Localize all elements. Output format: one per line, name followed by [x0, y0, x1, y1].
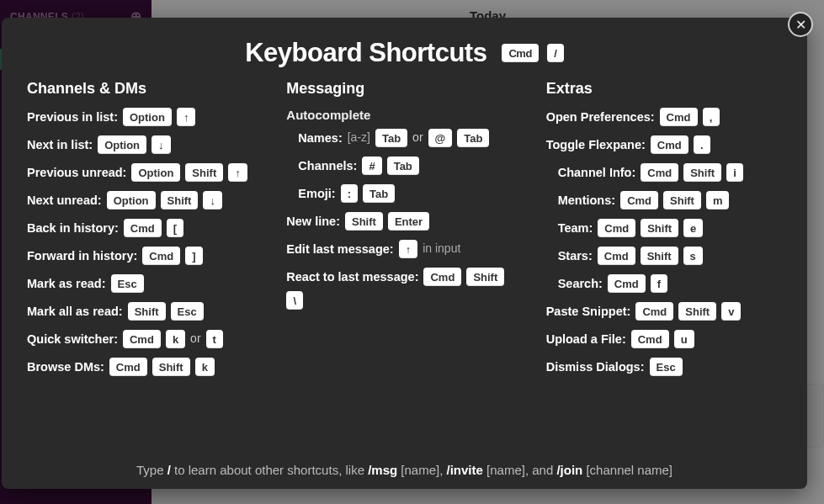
key-cap: Tab [363, 184, 395, 203]
shortcut-row: Mentions:CmdShiftm [546, 191, 782, 210]
key-cap: f [651, 274, 667, 293]
key-cap: Cmd [123, 330, 161, 348]
key-cap: Shift [345, 212, 383, 231]
column-heading: Messaging [286, 80, 522, 98]
key-cap: t [206, 330, 223, 348]
keyboard-shortcuts-modal: ✕ Keyboard Shortcuts Cmd / Channels & DM… [2, 18, 807, 489]
shortcut-label: Channels: [298, 157, 357, 174]
modal-title: Keyboard Shortcuts Cmd / [27, 38, 782, 68]
key-cap: m [706, 191, 730, 210]
key-cap: u [674, 330, 694, 348]
shortcut-label: Browse DMs: [27, 358, 104, 375]
key-cap: Cmd [598, 219, 635, 237]
shortcut-label: React to last message: [286, 268, 418, 285]
column-heading: Channels & DMs [27, 80, 263, 98]
key-cap: Cmd [142, 247, 180, 265]
key-cap: @ [428, 129, 453, 147]
key-cap: Cmd [124, 219, 162, 237]
key-cap: Shift [678, 302, 716, 321]
key-cap: Cmd [109, 358, 147, 376]
shortcut-row: Mark as read:Esc [27, 274, 263, 293]
shortcut-label: Mark as read: [27, 275, 106, 292]
key-cap: [ [167, 219, 183, 237]
modal-footer-hint: Type / to learn about other shortcuts, l… [2, 463, 807, 477]
key-cap: ↓ [203, 191, 222, 210]
shortcut-row: Names:[a-z]Tabor@Tab [286, 129, 522, 147]
shortcut-label: Upload a File: [546, 331, 626, 347]
key-cap: Shift [683, 163, 721, 182]
shortcut-row: Browse DMs:CmdShiftk [27, 358, 263, 376]
key-cap: Cmd [502, 44, 538, 62]
shortcut-label: Search: [558, 275, 603, 292]
shortcut-row: Team:CmdShifte [546, 219, 782, 237]
shortcut-row: Paste Snippet:CmdShiftv [546, 302, 782, 321]
shortcut-label: Previous in list: [27, 109, 118, 125]
key-cap: Cmd [660, 108, 698, 126]
key-cap: Cmd [423, 268, 461, 286]
shortcut-row: Dismiss Dialogs:Esc [546, 358, 782, 376]
key-cap: ↑ [228, 163, 247, 182]
key-cap: Option [123, 108, 172, 126]
shortcut-row: New line:ShiftEnter [286, 212, 522, 231]
key-cap: Cmd [608, 274, 646, 293]
shortcut-label: Back in history: [27, 220, 119, 236]
shortcut-label: Edit last message: [286, 241, 393, 257]
shortcut-label: Dismiss Dialogs: [546, 358, 645, 375]
key-cap: Option [98, 135, 146, 154]
key-cap: Enter [388, 212, 429, 231]
shortcut-label: Previous unread: [27, 164, 126, 181]
shortcut-label: Quick switcher: [27, 331, 118, 347]
shortcut-row: Open Preferences:Cmd, [546, 108, 782, 126]
shortcut-rows: Previous in list:Option↑Next in list:Opt… [27, 108, 263, 376]
shortcut-row: Upload a File:Cmdu [546, 330, 782, 348]
key-cap: ↑ [177, 108, 196, 126]
key-cap: k [166, 330, 185, 348]
shortcut-row: Previous unread:OptionShift↑ [27, 163, 263, 182]
key-cap: Esc [650, 358, 683, 376]
key-cap: Cmd [651, 135, 688, 154]
key-cap: Shift [641, 219, 678, 237]
shortcut-label: Mark all as read: [27, 303, 123, 320]
shortcut-label: Emoji: [298, 185, 335, 202]
shortcut-label: Team: [558, 220, 593, 236]
shortcut-label: Toggle Flexpane: [546, 136, 646, 153]
key-cap: Cmd [631, 330, 669, 348]
column-messaging: Messaging Autocomplete Names:[a-z]Tabor@… [286, 80, 522, 385]
shortcut-rows: Open Preferences:Cmd,Toggle Flexpane:Cmd… [546, 108, 782, 376]
key-cap: Tab [457, 129, 489, 147]
subsection-heading: Autocomplete [286, 108, 522, 122]
shortcut-row: Channels:#Tab [286, 157, 522, 175]
shortcut-row: Stars:CmdShifts [546, 247, 782, 265]
shortcut-label: Forward in history: [27, 247, 137, 264]
key-cap: \ [286, 291, 303, 310]
shortcut-row: Next in list:Option↓ [27, 135, 263, 154]
key-cap: Cmd [598, 247, 635, 265]
close-button[interactable]: ✕ [788, 12, 813, 37]
shortcut-label: Channel Info: [558, 164, 636, 181]
shortcut-label: Mentions: [558, 192, 615, 209]
shortcut-label: Stars: [558, 247, 593, 264]
shortcut-rows: Names:[a-z]Tabor@TabChannels:#TabEmoji::… [286, 129, 522, 203]
close-icon: ✕ [795, 17, 806, 33]
shortcut-row: Search:Cmdf [546, 274, 782, 293]
shortcut-row: Edit last message:↑in input [286, 240, 522, 258]
shortcut-label: Next in list: [27, 136, 93, 153]
shortcut-row: Mark all as read:ShiftEsc [27, 302, 263, 321]
shortcut-row: Channel Info:CmdShifti [546, 163, 782, 182]
key-cap: v [721, 302, 741, 321]
shortcut-row: Emoji::Tab [286, 184, 522, 203]
key-cap: ↑ [399, 240, 418, 258]
key-cap: Shift [663, 191, 701, 210]
column-heading: Extras [546, 80, 782, 98]
key-cap: Shift [466, 268, 504, 286]
key-cap: Tab [387, 157, 419, 175]
key-cap: ] [185, 247, 202, 265]
shortcut-row: Next unread:OptionShift↓ [27, 191, 263, 210]
key-cap: Shift [161, 191, 199, 210]
shortcut-row: Back in history:Cmd[ [27, 219, 263, 237]
key-cap: . [694, 135, 710, 154]
key-cap: s [683, 247, 703, 265]
key-cap: Option [131, 163, 180, 182]
shortcut-row: React to last message:CmdShift\ [286, 268, 522, 310]
column-channels-dms: Channels & DMs Previous in list:Option↑N… [27, 80, 263, 385]
